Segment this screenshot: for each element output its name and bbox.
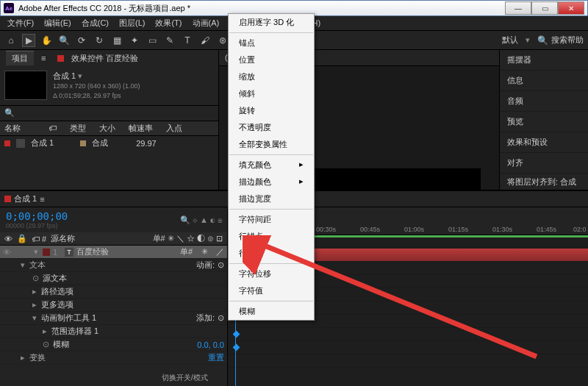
menu-composition[interactable]: 合成(C)	[77, 16, 113, 30]
menu-animation[interactable]: 动画(A)	[188, 16, 224, 30]
col-name[interactable]: 名称	[4, 123, 21, 134]
camera-tool-icon[interactable]: ▦	[110, 34, 123, 47]
close-button[interactable]: ✕	[558, 1, 584, 15]
group-text[interactable]: ▾ 文本 动画: ⊙	[0, 259, 227, 272]
project-search[interactable]: 🔍	[0, 105, 218, 121]
menu-char-value[interactable]: 字符值	[229, 282, 314, 299]
hand-tool-icon[interactable]: ✋	[40, 34, 53, 47]
menu-tracking[interactable]: 字符间距	[229, 211, 314, 228]
text-tool-icon[interactable]: T	[181, 34, 194, 47]
lock-col-icon[interactable]: 🔒	[17, 234, 27, 243]
comp-color-icon	[57, 55, 64, 62]
group-range-selector[interactable]: ▸ 范围选择器 1	[0, 325, 227, 338]
twirl-icon[interactable]: ▾	[34, 247, 38, 257]
col-fps[interactable]: 帧速率	[129, 123, 153, 134]
menu-enable-3d[interactable]: 启用逐字 3D 化	[229, 14, 314, 31]
menu-layer[interactable]: 图层(L)	[115, 16, 149, 30]
stopwatch-icon[interactable]: ⊙	[32, 274, 40, 283]
search-icon: 🔍	[537, 35, 548, 46]
comp-thumbnail[interactable]	[4, 71, 47, 100]
add-label: 添加:	[196, 312, 215, 324]
panel-wiggler[interactable]: 摇摆器	[500, 50, 588, 71]
menu-blur[interactable]: 模糊	[229, 303, 314, 320]
project-tab[interactable]: 项目	[6, 51, 34, 65]
group-more-options[interactable]: ▸ 更多选项	[0, 299, 227, 312]
shape-tool-icon[interactable]: ▭	[146, 34, 159, 47]
menu-file[interactable]: 文件(F)	[3, 16, 38, 30]
col-type[interactable]: 类型	[70, 123, 86, 134]
project-item-row[interactable]: 合成 1 合成 29.97	[0, 136, 218, 151]
eye-col-icon[interactable]: 👁	[4, 235, 12, 243]
menu-edit[interactable]: 编辑(E)	[40, 16, 76, 30]
effect-controls-tab[interactable]: 效果控件 百度经验	[71, 53, 138, 64]
home-icon[interactable]: ⌂	[4, 34, 18, 47]
stopwatch-icon[interactable]: ⊙	[43, 340, 50, 349]
keyframe-icon[interactable]	[233, 344, 240, 351]
menu-effect[interactable]: 效果(T)	[151, 16, 186, 30]
orbit-tool-icon[interactable]: ⟳	[75, 34, 88, 47]
add-property-icon[interactable]: ⊙	[218, 313, 224, 323]
twirl-icon[interactable]: ▸	[32, 300, 37, 310]
group-path-options[interactable]: ▸ 路径选项	[0, 285, 227, 299]
timeline-tab[interactable]: 合成 1	[14, 193, 37, 204]
group-transform[interactable]: ▸ 变换 重置	[0, 351, 227, 365]
visibility-toggle-icon[interactable]: 👁	[3, 248, 12, 257]
animate-label: 动画:	[196, 260, 215, 271]
layer-mode[interactable]: 单#	[180, 246, 193, 257]
col-in[interactable]: 入点	[166, 123, 182, 134]
selection-tool-icon[interactable]: ▶	[22, 34, 35, 47]
label-color-icon[interactable]	[43, 249, 50, 256]
prop-blur[interactable]: ⊙ 模糊 0.0, 0.0	[0, 338, 227, 351]
workspace-dropdown[interactable]: 默认	[502, 35, 518, 46]
layer-name[interactable]: 百度经验	[76, 246, 177, 257]
col-size[interactable]: 大小	[99, 123, 115, 134]
panel-audio[interactable]: 音频	[500, 91, 588, 112]
twirl-icon[interactable]: ▸	[21, 353, 25, 362]
twirl-icon[interactable]: ▸	[32, 287, 37, 296]
menu-rotation[interactable]: 旋转	[229, 102, 314, 119]
rotate-tool-icon[interactable]: ↻	[93, 34, 106, 47]
panel-info[interactable]: 信息	[500, 71, 588, 91]
menu-anchor[interactable]: 锚点	[229, 35, 314, 51]
menu-stroke-color[interactable]: 描边颜色	[229, 174, 314, 190]
maximize-button[interactable]: ▭	[531, 1, 558, 15]
pan-behind-tool-icon[interactable]: ✦	[128, 34, 141, 47]
tab-menu-icon[interactable]: ≡	[40, 195, 44, 204]
align-to-label: 将图层对齐到: 合成	[500, 174, 588, 190]
current-timecode[interactable]: 0;00;00;00	[0, 207, 74, 222]
menu-scale[interactable]: 缩放	[229, 68, 314, 85]
keyframe-icon[interactable]	[233, 331, 240, 338]
item-type: 合成	[92, 137, 108, 149]
prop-source-text[interactable]: ⊙ 源文本	[0, 272, 227, 285]
panel-effects-presets[interactable]: 效果和预设	[500, 132, 588, 153]
menu-line-anchor[interactable]: 行锚点	[229, 228, 314, 245]
animate-add-icon[interactable]: ⊙	[218, 260, 224, 270]
help-search[interactable]: 🔍 搜索帮助	[537, 35, 584, 46]
menu-fill-color[interactable]: 填充颜色	[229, 157, 314, 174]
twirl-icon[interactable]: ▾	[32, 313, 37, 323]
twirl-icon[interactable]: ▸	[43, 326, 47, 336]
blur-value[interactable]: 0.0, 0.0	[197, 340, 224, 349]
menu-all-transform[interactable]: 全部变换属性	[229, 136, 314, 153]
group-animator-1[interactable]: ▾ 动画制作工具 1 添加: ⊙	[0, 312, 227, 325]
menu-opacity[interactable]: 不透明度	[229, 119, 314, 136]
menu-line-spacing[interactable]: 行距	[229, 245, 314, 262]
menu-skew[interactable]: 倾斜	[229, 85, 314, 102]
panel-align[interactable]: 对齐	[500, 153, 588, 174]
layer-row-1[interactable]: 👁 ▾ 1 T 百度经验 单# ✳ ／	[0, 246, 227, 259]
menu-position[interactable]: 位置	[229, 51, 314, 68]
transform-reset[interactable]: 重置	[208, 352, 224, 363]
menu-char-offset[interactable]: 字符位移	[229, 265, 314, 282]
pen-tool-icon[interactable]: ✎	[163, 34, 176, 47]
twirl-icon[interactable]: ▾	[21, 260, 25, 270]
zoom-tool-icon[interactable]: 🔍	[57, 34, 71, 47]
minimize-button[interactable]: ―	[505, 1, 531, 15]
menu-icon[interactable]: ≡	[41, 54, 46, 62]
menu-stroke-width[interactable]: 描边宽度	[229, 190, 314, 207]
brush-tool-icon[interactable]: 🖌	[198, 34, 212, 47]
col-source-name[interactable]: 源名称	[51, 233, 75, 244]
panel-preview[interactable]: 预览	[500, 112, 588, 132]
comp-name: 合成 1 ▾	[53, 71, 140, 82]
item-name: 合成 1	[31, 137, 54, 149]
toggle-switches[interactable]: 切换开关/模式	[162, 373, 208, 383]
